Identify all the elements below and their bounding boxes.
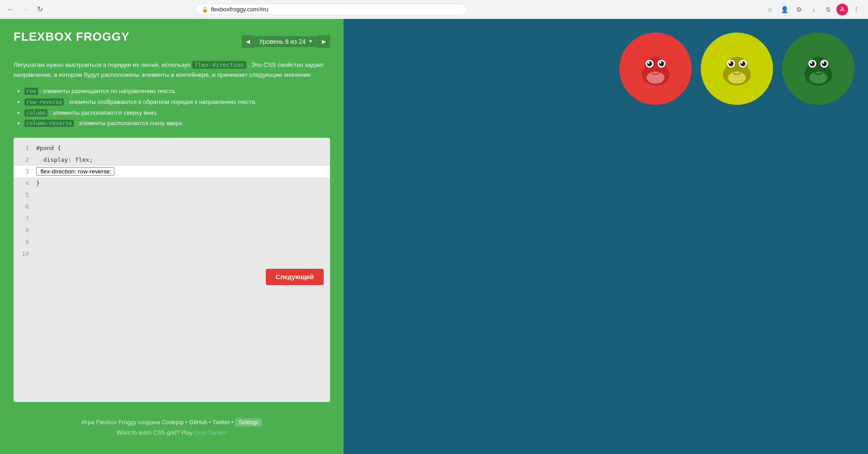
line-content: } <box>36 180 326 187</box>
browser-actions: ☆ 👤 ⚙ ↓ ⇅ A ⋮ <box>764 3 863 16</box>
svg-point-8 <box>646 72 665 84</box>
svg-point-23 <box>822 61 827 66</box>
list-item: column-reverse : элементы располагаются … <box>24 118 330 129</box>
code-line-9: 9 <box>14 236 330 248</box>
svg-point-17 <box>728 72 746 84</box>
svg-point-5 <box>659 61 664 66</box>
editor-actions: Следующий <box>14 264 330 290</box>
level-nav-group: ◀ Уровень 8 из 24 ▼ ▶ <box>242 35 330 48</box>
line-number: 1 <box>18 145 29 151</box>
description-text: Лягушатам нужно выстроиться в порядке их… <box>14 60 330 80</box>
line-content: display: flex; <box>36 156 326 163</box>
code-line-1: 1 #pond { <box>14 142 330 154</box>
browser-chrome: ← → ↻ 🔒 flexboxfroggy.com/#ru ☆ 👤 ⚙ ↓ ⇅ … <box>0 0 868 19</box>
code-line-10: 10 <box>14 248 330 260</box>
codepip-link[interactable]: Codepip <box>162 419 184 426</box>
bookmark-button[interactable]: ☆ <box>764 3 777 16</box>
line-number: 4 <box>18 180 29 187</box>
footer-bottom: Want to learn CSS grid? Play Grid Garden <box>21 429 323 436</box>
code-line-7: 7 <box>14 213 330 225</box>
sync-button[interactable]: ⇅ <box>822 3 835 16</box>
account-button[interactable]: A <box>836 4 848 15</box>
svg-point-4 <box>647 61 652 66</box>
code-line-8: 8 <box>14 225 330 236</box>
settings-button[interactable]: Settings <box>235 418 262 426</box>
code-line-4: 4 } <box>14 178 330 189</box>
code-line-3: 3 <box>14 166 330 178</box>
frog-green <box>782 33 854 105</box>
svg-point-26 <box>809 72 827 84</box>
code-line-2: 2 display: flex; <box>14 154 330 166</box>
address-bar[interactable]: 🔒 flexboxfroggy.com/#ru <box>196 4 467 15</box>
grid-garden-link[interactable]: Grid Garden <box>194 429 227 436</box>
code-lines: 1 #pond { 2 display: flex; 3 4 } 5 <box>14 138 330 264</box>
line-number: 10 <box>18 250 29 257</box>
svg-point-25 <box>822 62 824 64</box>
next-button[interactable]: Следующий <box>266 269 324 285</box>
right-panel <box>344 19 868 454</box>
code-line-5: 5 <box>14 189 330 201</box>
line-number: 9 <box>18 239 29 245</box>
code-editor: 1 #pond { 2 display: flex; 3 4 } 5 <box>14 138 330 402</box>
left-panel: FLEXBOX FROGGY ◀ Уровень 8 из 24 ▼ ▶ Ляг… <box>0 19 344 454</box>
line-number: 7 <box>18 215 29 222</box>
extensions-button[interactable]: ⚙ <box>793 3 806 16</box>
svg-point-13 <box>728 61 733 66</box>
line-number: 3 <box>18 168 29 175</box>
frog-svg-green <box>793 44 843 94</box>
twitter-link[interactable]: Twitter <box>212 419 230 426</box>
reload-button[interactable]: ↻ <box>34 4 45 15</box>
back-button[interactable]: ← <box>5 4 16 15</box>
list-item: row : элементы размещаются по направлени… <box>24 86 330 97</box>
frog-svg-red <box>631 44 680 94</box>
header-row: FLEXBOX FROGGY ◀ Уровень 8 из 24 ▼ ▶ <box>14 30 330 53</box>
lock-icon: 🔒 <box>202 6 208 13</box>
frog-svg-yellow <box>712 44 762 94</box>
svg-point-15 <box>729 62 731 64</box>
level-dropdown-arrow: ▼ <box>308 39 313 44</box>
line-number: 8 <box>18 227 29 234</box>
level-label[interactable]: Уровень 8 из 24 ▼ <box>255 36 317 47</box>
github-link[interactable]: GitHub <box>189 419 207 426</box>
svg-point-22 <box>810 61 815 66</box>
keyword-column: column <box>24 109 47 117</box>
svg-point-14 <box>741 61 745 66</box>
line-number: 5 <box>18 192 29 198</box>
css-input[interactable] <box>36 167 114 176</box>
forward-button[interactable]: → <box>20 4 31 15</box>
prev-level-button[interactable]: ◀ <box>242 35 255 48</box>
menu-button[interactable]: ⋮ <box>850 3 863 16</box>
main-container: FLEXBOX FROGGY ◀ Уровень 8 из 24 ▼ ▶ Ляг… <box>0 19 868 454</box>
line-number: 6 <box>18 203 29 210</box>
next-level-button[interactable]: ▶ <box>317 35 330 48</box>
keyword-row: row <box>24 88 38 95</box>
downloads-button[interactable]: ↓ <box>807 3 820 16</box>
frog-red <box>619 33 692 105</box>
highlight-keyword: flex-direction <box>192 61 246 69</box>
line-content: #pond { <box>36 145 326 151</box>
code-line-6: 6 <box>14 201 330 213</box>
svg-point-6 <box>647 62 649 64</box>
url-text: flexboxfroggy.com/#ru <box>211 6 269 13</box>
footer: Игра Flexbox Froggy создана Codepip • Gi… <box>14 411 330 443</box>
line-number: 2 <box>18 156 29 163</box>
footer-credits: Игра Flexbox Froggy создана Codepip • Gi… <box>21 418 323 426</box>
list-item: column : элементы располагаются сверху в… <box>24 108 330 118</box>
svg-point-16 <box>741 62 743 64</box>
list-item: row-reverse : элементы отображаются в об… <box>24 97 330 108</box>
keyword-column-reverse: column-reverse <box>24 120 74 127</box>
keyword-row-reverse: row-reverse <box>24 98 64 106</box>
svg-point-24 <box>810 62 812 64</box>
app-title: FLEXBOX FROGGY <box>14 30 130 44</box>
frog-yellow <box>701 33 773 105</box>
profile-icon[interactable]: 👤 <box>778 3 791 16</box>
bullet-list: row : элементы размещаются по направлени… <box>14 86 330 128</box>
svg-point-7 <box>660 62 661 64</box>
